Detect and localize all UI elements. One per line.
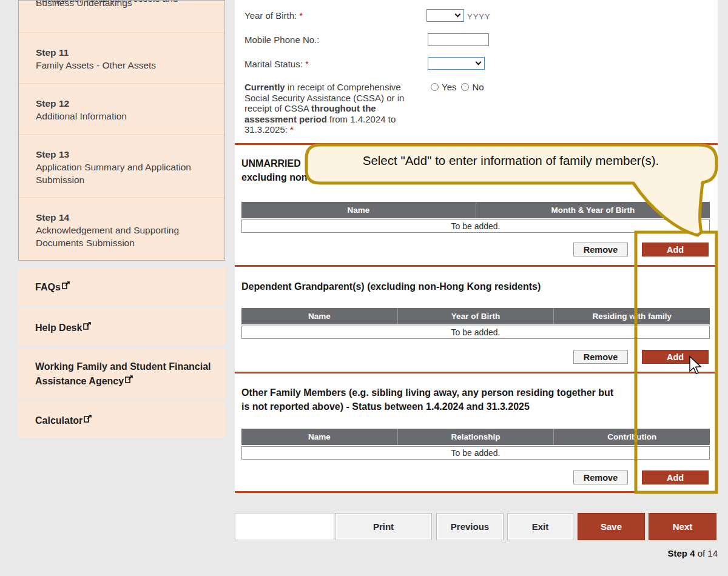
section-unmarried-title: UNMARRIED excluding non-Hong Kong reside… (241, 156, 712, 184)
chevron-down-icon (476, 59, 482, 65)
calculator-label: Calculator (35, 415, 83, 426)
remove-button[interactable]: Remove (573, 243, 628, 256)
section-other-members-title: Other Family Members (e.g. sibling livin… (241, 386, 712, 414)
cssa-no-radio[interactable] (461, 83, 469, 91)
save-button[interactable]: Save (578, 513, 645, 540)
add-button[interactable]: Add (642, 350, 709, 364)
marital-status-select[interactable] (428, 57, 485, 70)
unmarried-children-table: Name Month & Year of Birth To be added. (241, 202, 710, 233)
section-grandparents-title: Dependent Grandparent(s) (excluding non-… (241, 280, 712, 293)
add-button[interactable]: Add (642, 243, 709, 256)
remove-button[interactable]: Remove (573, 350, 628, 364)
external-link-icon (125, 375, 133, 385)
cssa-no-label: No (472, 82, 484, 92)
section-divider (235, 372, 718, 373)
footer-blank-cell (235, 513, 334, 540)
add-button[interactable]: Add (642, 471, 709, 484)
step14-number: Step 14 (36, 211, 214, 224)
step11-number: Step 11 (36, 46, 214, 59)
wfsfaa-label: Working Family and Student Financial Ass… (35, 361, 211, 386)
column-header: Name (241, 202, 476, 218)
column-header: Month & Year of Birth (476, 202, 710, 218)
step14-label: Acknowledgement and Supporting Documents… (36, 224, 214, 249)
mobile-phone-label: Mobile Phone No.: (244, 35, 319, 45)
sidebar-steps-group: / Carparks, Vehicles / Vessels and Busin… (18, 0, 225, 261)
sidebar-item-step13[interactable]: Step 13 Application Summary and Applicat… (19, 134, 224, 197)
remove-button[interactable]: Remove (573, 471, 628, 484)
cssa-yes-label: Yes (442, 82, 456, 92)
mobile-phone-input[interactable] (428, 33, 489, 46)
cssa-radio-group: Yes No (431, 82, 489, 92)
sidebar-item-step12[interactable]: Step 12 Additional Information (19, 83, 224, 134)
column-header: Relationship (397, 429, 554, 445)
step10-desc-line2: Business Undertakings (36, 1, 214, 9)
required-marker: * (290, 124, 294, 135)
sidebar-item-step14[interactable]: Step 14 Acknowledgement and Supporting D… (19, 197, 224, 260)
form-panel: Year of Birth:* YYYY Mobile Phone No.: M… (235, 0, 718, 493)
step13-number: Step 13 (36, 148, 214, 161)
external-link-icon (62, 281, 70, 291)
column-header: Name (241, 429, 397, 445)
column-header: Year of Birth (397, 308, 554, 324)
external-link-icon (83, 321, 92, 332)
step12-number: Step 12 (36, 97, 214, 110)
sidebar-link-wfsfaa[interactable]: Working Family and Student Financial Ass… (18, 349, 225, 398)
table-empty-row: To be added. (241, 219, 710, 233)
other-members-table: Name Relationship Contribution To be add… (241, 429, 710, 460)
external-link-icon (84, 414, 92, 424)
print-button[interactable]: Print (335, 513, 432, 540)
marital-status-label: Marital Status:* (244, 59, 309, 69)
sidebar-item-step10-partial[interactable]: / Carparks, Vehicles / Vessels and Busin… (19, 1, 224, 32)
chevron-down-icon (455, 12, 461, 18)
exit-button[interactable]: Exit (507, 513, 573, 540)
help-desk-label: Help Desk (35, 323, 82, 333)
step12-label: Additional Information (36, 110, 214, 122)
column-header: Contribution (553, 429, 710, 445)
other-members-actions: Remove Add (235, 471, 718, 485)
year-of-birth-label: Year of Birth:* (244, 10, 303, 21)
grandparents-table: Name Year of Birth Residing with family … (241, 308, 710, 339)
table-empty-row: To be added. (241, 446, 710, 460)
year-format-hint: YYYY (467, 12, 491, 21)
sidebar-link-faqs[interactable]: FAQs (18, 267, 225, 305)
faqs-label: FAQs (35, 282, 61, 292)
cssa-yes-radio[interactable] (431, 83, 439, 91)
step-progress-indicator: Step 4 of 14 (596, 548, 718, 558)
cssa-question-label: Currently in receipt of Comprehensive So… (244, 82, 423, 135)
year-of-birth-select[interactable] (426, 9, 464, 22)
section-divider (235, 265, 718, 267)
next-button[interactable]: Next (649, 513, 716, 540)
required-marker: * (299, 10, 303, 21)
sidebar-link-calculator[interactable]: Calculator (18, 401, 225, 438)
unmarried-children-actions: Remove Add (235, 243, 718, 257)
step13-label: Application Summary and Application Subm… (36, 161, 214, 186)
column-header: Residing with family (553, 308, 710, 324)
section-divider (235, 143, 718, 145)
sidebar-link-help-desk[interactable]: Help Desk (18, 308, 225, 346)
sidebar-item-step11[interactable]: Step 11 Family Assets - Other Assets (19, 32, 224, 83)
table-empty-row: To be added. (241, 326, 710, 339)
step11-label: Family Assets - Other Assets (36, 59, 214, 72)
column-header: Name (241, 308, 397, 324)
previous-button[interactable]: Previous (436, 513, 504, 540)
panel-bottom-divider (235, 491, 718, 493)
required-marker: * (305, 59, 309, 69)
grandparents-actions: Remove Add (235, 350, 718, 364)
